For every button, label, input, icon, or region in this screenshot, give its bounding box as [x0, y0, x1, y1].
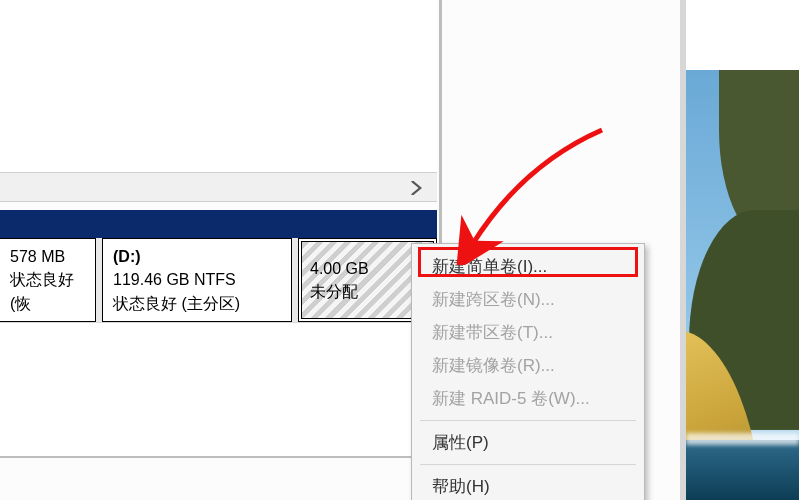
partition-row: 578 MB 状态良好 (恢 (D:) 119.46 GB NTFS 状态良好 … — [0, 238, 437, 322]
desktop-wallpaper-strip — [686, 70, 799, 500]
partition-recovery[interactable]: 578 MB 状态良好 (恢 — [0, 238, 96, 322]
menu-item-new-raid5-volume: 新建 RAID-5 卷(W)... — [414, 382, 642, 415]
menu-separator — [420, 420, 636, 421]
panel-empty-area — [0, 0, 437, 172]
menu-item-help[interactable]: 帮助(H) — [414, 470, 642, 500]
partition-size: 4.00 GB — [310, 257, 425, 280]
partition-status: 未分配 — [310, 280, 425, 303]
partition-status: 状态良好 (主分区) — [113, 292, 281, 315]
panel-blank-area — [0, 322, 437, 456]
scroll-right-button[interactable] — [401, 173, 431, 203]
menu-item-new-mirrored-volume: 新建镜像卷(R)... — [414, 349, 642, 382]
scrollbar-track[interactable] — [0, 177, 400, 199]
partition-d[interactable]: (D:) 119.46 GB NTFS 状态良好 (主分区) — [102, 238, 292, 322]
partition-status: 状态良好 (恢 — [10, 268, 85, 314]
partition-title: (D:) — [113, 245, 281, 268]
disk-header-bar — [0, 210, 437, 238]
menu-item-new-spanned-volume: 新建跨区卷(N)... — [414, 283, 642, 316]
menu-item-new-striped-volume: 新建带区卷(T)... — [414, 316, 642, 349]
context-menu: 新建简单卷(I)... 新建跨区卷(N)... 新建带区卷(T)... 新建镜像… — [411, 243, 645, 500]
menu-separator — [420, 464, 636, 465]
menu-item-new-simple-volume[interactable]: 新建简单卷(I)... — [414, 250, 642, 283]
partition-size: 578 MB — [10, 245, 85, 268]
panel-bottom-border — [0, 456, 445, 458]
chevron-right-icon — [409, 181, 423, 195]
partition-size: 119.46 GB NTFS — [113, 268, 281, 291]
background-fill — [686, 0, 799, 70]
menu-item-properties[interactable]: 属性(P) — [414, 426, 642, 459]
horizontal-scrollbar[interactable] — [0, 172, 437, 202]
